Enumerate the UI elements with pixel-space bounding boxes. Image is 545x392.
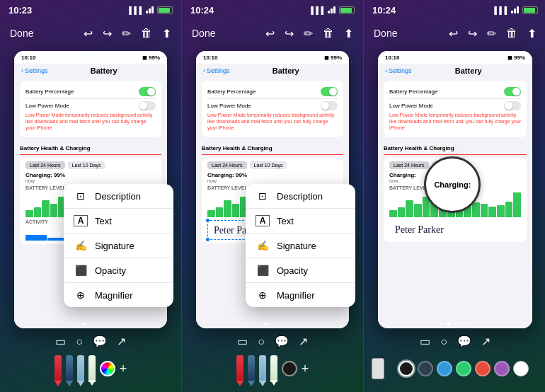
text-icon-1: A bbox=[74, 215, 88, 226]
menu-text-2[interactable]: A Text bbox=[246, 209, 355, 234]
color-blue-3[interactable] bbox=[437, 361, 452, 376]
add-button-1[interactable]: + bbox=[120, 362, 127, 376]
menu-magnifier-1[interactable]: ⊕ Magnifier bbox=[64, 283, 173, 307]
context-menu-1: ⊡ Description A Text ✍ Signature ⬛ Opaci… bbox=[64, 184, 173, 307]
redo-button-3[interactable]: ↪ bbox=[468, 27, 477, 40]
low-power-toggle-3[interactable] bbox=[504, 101, 521, 110]
dot-1-3 bbox=[89, 322, 93, 325]
color-palette-3 bbox=[389, 354, 539, 383]
tab-24h-2[interactable]: Last 24 Hours bbox=[207, 161, 247, 169]
iphone-nav-3: ‹ Settings Battery bbox=[378, 64, 532, 78]
dot-3-4 bbox=[461, 322, 464, 325]
tab-24h-3[interactable]: Last 24 Hours bbox=[389, 161, 429, 169]
low-power-toggle-2[interactable] bbox=[321, 101, 338, 110]
arrow-tool-3[interactable]: ↗ bbox=[481, 335, 490, 348]
trash-button-1[interactable]: 🗑 bbox=[141, 27, 152, 40]
pen-light-2[interactable] bbox=[259, 355, 266, 382]
pen-red-1[interactable] bbox=[54, 355, 62, 382]
battery-fill-3 bbox=[524, 8, 535, 13]
panel-3: 10:24 ▐▐▐ Done ↩ ↪ ✏ 🗑 ⬆ 10:10 bbox=[364, 0, 545, 392]
redo-button-2[interactable]: ↪ bbox=[285, 27, 294, 40]
menu-signature-1[interactable]: ✍ Signature bbox=[64, 234, 173, 258]
menu-signature-2[interactable]: ✍ Signature bbox=[246, 234, 355, 258]
oval-tool-2[interactable]: ○ bbox=[258, 335, 265, 348]
color-purple-3[interactable] bbox=[494, 361, 510, 376]
tab-10d[interactable]: Last 10 Days bbox=[68, 161, 105, 169]
menu-magnifier-2[interactable]: ⊕ Magnifier bbox=[246, 283, 355, 307]
color-black-3[interactable] bbox=[398, 361, 414, 376]
iphone-time-1: 10:10 bbox=[21, 54, 35, 61]
pen-blue-2[interactable] bbox=[248, 355, 255, 382]
color-wheel-1[interactable] bbox=[100, 361, 115, 376]
add-button-2[interactable]: + bbox=[302, 362, 309, 376]
redo-button-1[interactable]: ↪ bbox=[103, 27, 112, 40]
done-button-1[interactable]: Done bbox=[10, 28, 33, 39]
rect-tool-3[interactable]: ▭ bbox=[420, 335, 430, 348]
opacity-icon-1: ⬛ bbox=[74, 265, 88, 276]
time-3: 10:24 bbox=[372, 5, 396, 16]
menu-description-1[interactable]: ⊡ Description bbox=[64, 184, 173, 209]
color-green-3[interactable] bbox=[456, 361, 471, 376]
signature-text-3: Peter Parker bbox=[395, 224, 444, 235]
undo-button-1[interactable]: ↩ bbox=[84, 27, 93, 40]
color-red-3[interactable] bbox=[475, 361, 490, 376]
arrow-tool-1[interactable]: ↗ bbox=[117, 335, 126, 348]
status-icons-2: ▐▐▐ bbox=[309, 6, 355, 14]
menu-opacity-1[interactable]: ⬛ Opacity bbox=[64, 258, 173, 283]
menu-text-1[interactable]: A Text bbox=[64, 209, 173, 234]
trash-button-3[interactable]: 🗑 bbox=[506, 27, 517, 40]
dot-1-5 bbox=[103, 322, 107, 325]
speech-tool-2[interactable]: 💬 bbox=[275, 335, 289, 348]
oval-tool-3[interactable]: ○ bbox=[440, 335, 447, 348]
pen-light-1[interactable] bbox=[77, 355, 84, 382]
toolbar-3: Done ↩ ↪ ✏ 🗑 ⬆ bbox=[364, 20, 545, 47]
battery-pct-toggle-3[interactable] bbox=[504, 87, 521, 96]
rect-tool-1[interactable]: ▭ bbox=[55, 335, 66, 348]
tab-24h[interactable]: Last 24 Hours bbox=[25, 161, 65, 169]
rect-tool-2[interactable]: ▭ bbox=[237, 335, 248, 348]
undo-button-3[interactable]: ↩ bbox=[449, 27, 458, 40]
pen-red-2[interactable] bbox=[236, 355, 243, 382]
markup-button-2[interactable]: ✏ bbox=[304, 27, 313, 40]
menu-opacity-2[interactable]: ⬛ Opacity bbox=[246, 258, 355, 283]
dots-indicator-1 bbox=[0, 319, 181, 328]
panel-2: 10:24 ▐▐▐ Done ↩ ↪ ✏ 🗑 ⬆ 10:10 bbox=[182, 0, 363, 392]
low-power-row: Low Power Mode Low Power Mode temporaril… bbox=[25, 99, 156, 133]
speech-tool-1[interactable]: 💬 bbox=[93, 335, 107, 348]
markup-button-3[interactable]: ✏ bbox=[487, 27, 496, 40]
pen-white-1[interactable] bbox=[88, 355, 96, 382]
low-power-label: Low Power Mode bbox=[25, 103, 69, 109]
oval-tool-1[interactable]: ○ bbox=[76, 335, 83, 348]
signature-container-3: Peter Parker bbox=[389, 220, 521, 238]
color-dot-2[interactable] bbox=[282, 361, 297, 376]
color-darkblue-3[interactable] bbox=[418, 361, 433, 376]
iphone-time-2: 10:10 bbox=[203, 54, 217, 61]
status-bar-1: 10:23 ▐▐▐ bbox=[0, 0, 181, 20]
battery-pct-toggle[interactable] bbox=[139, 87, 156, 96]
battery-pct-label: Battery Percentage bbox=[25, 88, 74, 95]
nav-title-3: Battery bbox=[412, 67, 525, 75]
low-power-toggle[interactable] bbox=[139, 101, 156, 110]
menu-description-2[interactable]: ⊡ Description bbox=[246, 184, 355, 209]
markup-button-1[interactable]: ✏ bbox=[122, 27, 131, 40]
trash-button-2[interactable]: 🗑 bbox=[323, 27, 334, 40]
pen-blue-1[interactable] bbox=[66, 355, 73, 382]
battery-pct-toggle-2[interactable] bbox=[321, 87, 338, 96]
share-button-3[interactable]: ⬆ bbox=[527, 27, 537, 40]
share-button-1[interactable]: ⬆ bbox=[162, 27, 171, 40]
pen-white-2[interactable] bbox=[270, 355, 277, 382]
arrow-tool-2[interactable]: ↗ bbox=[299, 335, 308, 348]
battery-pct-row-2: Battery Percentage bbox=[207, 85, 338, 99]
text-label-1: Text bbox=[95, 216, 112, 226]
share-button-2[interactable]: ⬆ bbox=[344, 27, 353, 40]
wifi-icon-2 bbox=[326, 6, 336, 13]
speech-tool-3[interactable]: 💬 bbox=[457, 335, 471, 348]
done-button-2[interactable]: Done bbox=[192, 28, 215, 39]
done-button-3[interactable]: Done bbox=[374, 28, 397, 39]
battery-percentage-section: Battery Percentage Low Power Mode Low Po… bbox=[20, 81, 161, 137]
tab-10d-2[interactable]: Last 10 Days bbox=[250, 161, 287, 169]
eraser-tool-3[interactable] bbox=[372, 358, 384, 379]
charging-time-2: now bbox=[207, 178, 338, 183]
undo-button-2[interactable]: ↩ bbox=[265, 27, 275, 40]
color-white-3[interactable] bbox=[513, 361, 529, 376]
